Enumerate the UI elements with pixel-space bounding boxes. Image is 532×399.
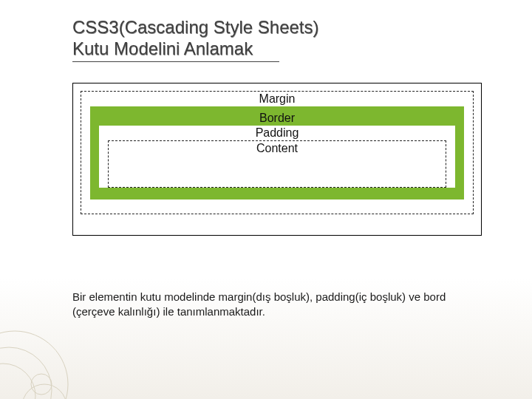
body-paragraph: Bir elementin kutu modelinde margin(dış … <box>72 290 532 320</box>
svg-point-5 <box>31 374 52 395</box>
border-label: Border <box>95 111 460 126</box>
svg-point-0 <box>0 331 68 399</box>
margin-label: Margin <box>81 92 473 106</box>
title-line-2: Kutu Modelini Anlamak <box>72 38 319 59</box>
svg-point-3 <box>22 384 66 399</box>
body-line-2: (çerçeve kalınlığı) ile tanımlanmaktadır… <box>72 304 532 319</box>
padding-box: Padding Content <box>99 126 455 188</box>
content-box: Content <box>108 140 446 188</box>
page-title: CSS3(Cascading Style Sheets) Kutu Modeli… <box>72 16 319 62</box>
svg-point-1 <box>0 347 52 399</box>
svg-point-2 <box>0 364 35 399</box>
padding-label: Padding <box>99 126 455 140</box>
content-label: Content <box>109 141 446 156</box>
body-line-1: Bir elementin kutu modelinde margin(dış … <box>72 290 532 304</box>
title-line-1: CSS3(Cascading Style Sheets) <box>72 16 319 38</box>
title-underline <box>72 61 279 62</box>
border-box: Border Padding Content <box>90 106 464 200</box>
box-model-figure: Margin Border Padding Content <box>72 83 482 236</box>
margin-box: Margin Border Padding Content <box>81 91 474 214</box>
